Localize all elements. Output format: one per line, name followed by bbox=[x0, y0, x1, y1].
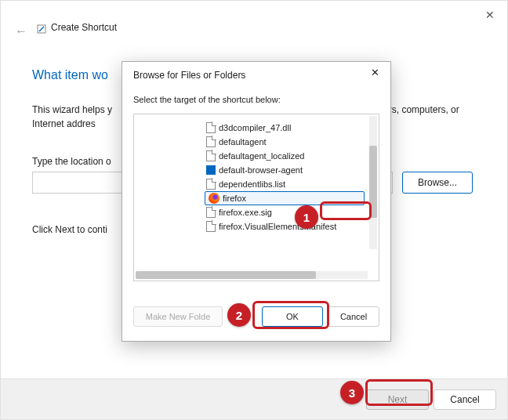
file-row: defaultagent bbox=[205, 135, 365, 149]
file-icon bbox=[206, 221, 216, 232]
close-icon[interactable]: ✕ bbox=[485, 9, 495, 21]
file-tree[interactable]: d3dcompiler_47.dll defaultagent defaulta… bbox=[133, 114, 379, 281]
file-row: firefox.VisualElementsManifest bbox=[205, 219, 365, 234]
make-new-folder-button: Make New Folde bbox=[133, 306, 223, 327]
file-icon bbox=[206, 207, 216, 218]
file-row-selected: firefox bbox=[205, 191, 365, 205]
file-row: firefox.exe.sig bbox=[205, 205, 365, 219]
intro-part-1: This wizard helps y bbox=[32, 104, 112, 115]
next-button[interactable]: Next bbox=[366, 389, 429, 410]
page-title: Create Shortcut bbox=[51, 22, 117, 33]
dialog-close-icon[interactable]: ✕ bbox=[367, 67, 383, 78]
annotation-badge-3: 3 bbox=[340, 381, 364, 404]
dialog-cancel-button[interactable]: Cancel bbox=[328, 306, 379, 327]
file-icon bbox=[206, 150, 216, 161]
app-icon bbox=[206, 165, 216, 175]
firefox-icon bbox=[209, 193, 220, 204]
scrollbar-vertical-thumb[interactable] bbox=[369, 146, 377, 218]
wizard-footer: Next Cancel bbox=[1, 378, 507, 419]
file-row: d3dcompiler_47.dll bbox=[205, 121, 365, 135]
cancel-button[interactable]: Cancel bbox=[434, 389, 496, 410]
file-row: defaultagent_localized bbox=[205, 149, 365, 163]
scrollbar-horizontal-thumb[interactable] bbox=[136, 271, 316, 279]
browse-button[interactable]: Browse... bbox=[402, 172, 473, 194]
file-icon bbox=[206, 122, 216, 133]
ok-button[interactable]: OK bbox=[262, 306, 323, 327]
file-icon bbox=[206, 136, 216, 147]
dialog-title: Browse for Files or Folders bbox=[133, 70, 245, 81]
file-row: default-browser-agent bbox=[205, 163, 365, 177]
continue-hint: Click Next to conti bbox=[32, 224, 107, 235]
back-icon[interactable]: ← bbox=[15, 24, 27, 38]
file-row: dependentlibs.list bbox=[205, 177, 365, 191]
location-label: Type the location o bbox=[32, 156, 111, 167]
browse-dialog: Browse for Files or Folders ✕ Select the… bbox=[122, 61, 391, 342]
annotation-badge-2: 2 bbox=[227, 303, 251, 327]
wizard-heading: What item wo bbox=[32, 68, 108, 82]
shortcut-icon bbox=[37, 23, 46, 32]
annotation-badge-1: 1 bbox=[295, 205, 318, 229]
file-icon bbox=[206, 179, 216, 190]
dialog-subtitle: Select the target of the shortcut below: bbox=[133, 95, 281, 104]
